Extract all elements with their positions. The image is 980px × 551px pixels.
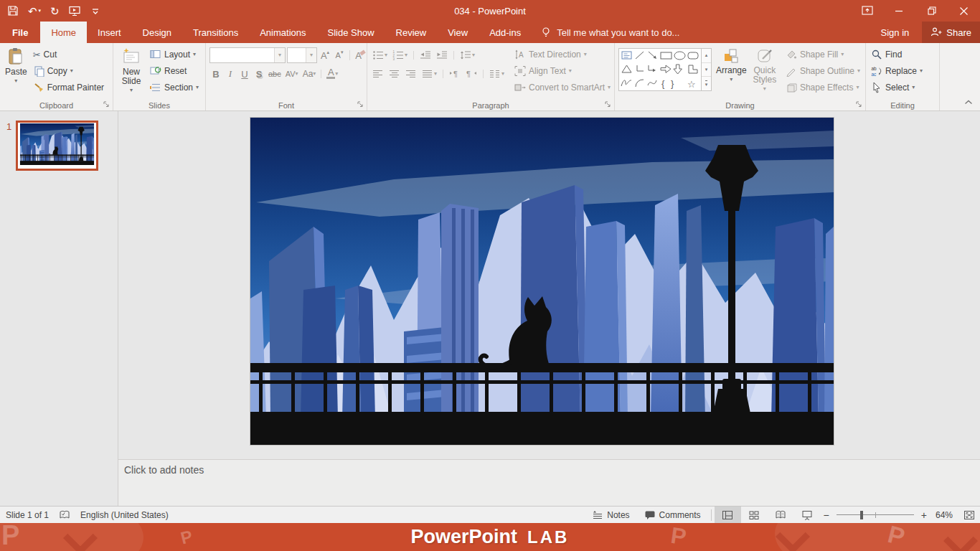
cut-button[interactable]: ✂ Cut — [30, 47, 107, 62]
zoom-slider-thumb[interactable] — [860, 511, 863, 519]
dropdown-caret-icon: ▾ — [763, 86, 766, 92]
left-to-right-button[interactable]: ¶ — [448, 67, 462, 81]
strikethrough-button[interactable]: abc — [267, 67, 283, 81]
tab-design[interactable]: Design — [132, 22, 182, 43]
slide-thumbnail[interactable] — [16, 121, 98, 171]
tab-transitions[interactable]: Transitions — [182, 22, 249, 43]
zoom-level[interactable]: 64% — [930, 510, 958, 520]
shapes-scroll-up-icon[interactable]: ▴ — [702, 49, 711, 63]
shapes-more-icon[interactable]: ▾ — [702, 77, 711, 90]
dropdown-caret-icon: ▾ — [841, 52, 844, 57]
share-button[interactable]: Share — [922, 22, 980, 43]
zoom-in-button[interactable]: + — [918, 509, 930, 521]
dropdown-caret-icon: ▾ — [385, 52, 387, 58]
slide-canvas[interactable] — [250, 118, 834, 445]
tab-view[interactable]: View — [437, 22, 479, 43]
tab-review[interactable]: Review — [385, 22, 438, 43]
shrink-font-button[interactable]: A▾ — [333, 48, 346, 62]
start-slideshow-icon[interactable] — [69, 5, 80, 17]
zoom-slider[interactable] — [837, 507, 914, 523]
increase-indent-button[interactable] — [435, 48, 449, 62]
convert-to-smartart-button[interactable]: Convert to SmartArt ▾ — [512, 80, 613, 95]
font-color-button[interactable]: A ▾ — [325, 67, 339, 81]
replace-button[interactable]: abac Replace ▾ — [868, 63, 925, 79]
font-dialog-launcher-icon[interactable] — [357, 100, 365, 109]
tell-me-box[interactable]: Tell me what you want to do... — [532, 22, 688, 43]
tab-file[interactable]: File — [0, 22, 40, 43]
sign-in-link[interactable]: Sign in — [868, 27, 923, 38]
section-button[interactable]: Section ▾ — [147, 80, 202, 95]
reset-button[interactable]: Reset — [147, 63, 202, 79]
customize-qat-icon[interactable] — [90, 5, 101, 17]
tab-animations[interactable]: Animations — [249, 22, 316, 43]
align-text-button[interactable]: Align Text ▾ — [512, 63, 613, 79]
minimize-button[interactable] — [883, 0, 915, 22]
copy-button[interactable]: Copy ▾ — [30, 63, 107, 79]
numbering-button[interactable]: 123 ▾ — [391, 48, 409, 62]
line-spacing-button[interactable]: ▾ — [458, 48, 476, 62]
drawing-dialog-launcher-icon[interactable] — [855, 100, 864, 109]
comments-toggle-button[interactable]: Comments — [637, 507, 708, 523]
undo-button[interactable]: ↶▾ — [28, 6, 41, 17]
slide-sorter-view-button[interactable] — [741, 507, 768, 523]
quick-styles-button[interactable]: Quick Styles ▾ — [750, 45, 780, 94]
bold-button[interactable]: B — [209, 67, 222, 81]
align-left-button[interactable] — [371, 67, 385, 81]
shapes-gallery-scrollbar[interactable]: ▴ ▾ ▾ — [702, 48, 712, 91]
normal-view-button[interactable] — [715, 507, 741, 523]
slide-counter[interactable]: Slide 1 of 1 — [6, 510, 49, 520]
shape-outline-button[interactable]: Shape Outline ▾ — [783, 63, 863, 79]
paste-button[interactable]: Paste ▾ — [2, 45, 30, 86]
paragraph-dialog-launcher-icon[interactable] — [604, 100, 613, 109]
tab-slide-show[interactable]: Slide Show — [317, 22, 385, 43]
close-button[interactable] — [948, 0, 980, 22]
justify-button[interactable]: ▾ — [420, 67, 438, 81]
layout-button[interactable]: Layout ▾ — [147, 47, 202, 62]
spell-check-icon[interactable] — [59, 509, 70, 521]
format-painter-button[interactable]: Format Painter — [30, 80, 107, 95]
align-center-button[interactable] — [387, 67, 402, 81]
repeat-button[interactable]: ↻ — [50, 6, 60, 17]
clipboard-dialog-launcher-icon[interactable] — [103, 100, 111, 109]
decrease-indent-button[interactable] — [418, 48, 433, 62]
notes-toggle-button[interactable]: Notes — [585, 507, 636, 523]
text-shadow-button[interactable]: S — [253, 67, 265, 81]
restore-button[interactable] — [915, 0, 948, 22]
right-to-left-button[interactable]: ¶ — [464, 67, 479, 81]
tab-insert[interactable]: Insert — [87, 22, 132, 43]
font-size-combobox[interactable]: ▾ — [287, 47, 317, 63]
tab-add-ins[interactable]: Add-ins — [479, 22, 532, 43]
reading-view-button[interactable] — [768, 507, 794, 523]
align-right-button[interactable] — [404, 67, 418, 81]
tab-home[interactable]: Home — [40, 22, 87, 43]
find-button[interactable]: Find — [868, 47, 925, 62]
language-status[interactable]: English (United States) — [80, 510, 169, 520]
slideshow-view-button[interactable] — [794, 507, 821, 523]
italic-button[interactable]: I — [224, 67, 237, 81]
notes-pane[interactable]: Click to add notes — [118, 460, 980, 506]
shapes-scroll-down-icon[interactable]: ▾ — [702, 63, 711, 77]
clear-formatting-button[interactable]: A — [354, 48, 367, 62]
replace-icon: abac — [871, 65, 882, 77]
grow-font-button[interactable]: A▴ — [319, 48, 331, 62]
zoom-out-button[interactable]: − — [821, 509, 832, 521]
shape-fill-button[interactable]: Shape Fill ▾ — [783, 47, 863, 62]
shape-effects-button[interactable]: Shape Effects ▾ — [783, 80, 863, 95]
dropdown-caret-icon: ▾ — [310, 52, 313, 58]
new-slide-button[interactable]: New Slide ▾ — [116, 45, 147, 95]
fit-slide-to-window-button[interactable] — [958, 507, 980, 523]
text-direction-button[interactable]: A Text Direction ▾ — [512, 47, 613, 62]
collapse-ribbon-button[interactable] — [964, 97, 973, 107]
character-spacing-button[interactable]: AV▾ — [284, 67, 300, 81]
save-icon[interactable] — [7, 5, 19, 17]
ribbon-display-options-icon[interactable] — [851, 0, 883, 22]
change-case-button[interactable]: Aa▾ — [301, 67, 318, 81]
font-name-combobox[interactable]: ▾ — [209, 47, 286, 63]
quick-access-toolbar: ↶▾ ↻ — [0, 0, 101, 22]
select-button[interactable]: Select ▾ — [868, 80, 925, 95]
columns-button[interactable]: ▾ — [488, 67, 506, 81]
underline-button[interactable]: U — [238, 67, 251, 81]
bullets-button[interactable]: ▾ — [371, 48, 389, 62]
shapes-gallery[interactable]: { } ☆ ▴ ▾ ▾ — [618, 48, 712, 91]
arrange-button[interactable]: Arrange ▾ — [713, 45, 750, 85]
